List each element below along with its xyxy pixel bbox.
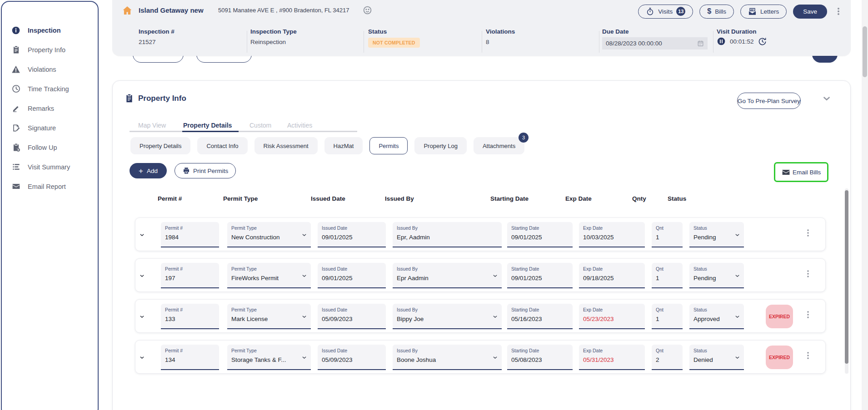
field-qnt[interactable]: Qnt1	[652, 222, 683, 247]
row-expand-toggle[interactable]	[139, 270, 151, 282]
tab-activities[interactable]: Activities	[287, 122, 312, 129]
field-label: Qnt	[656, 266, 678, 272]
sidebar: InspectionProperty InfoViolationsTime Tr…	[1, 1, 99, 410]
sidebar-item-follow-up[interactable]: Follow Up	[2, 138, 98, 157]
clipboard-icon	[125, 94, 134, 103]
field-issued[interactable]: Issued Date09/01/2025	[318, 222, 386, 247]
bills-label: Bills	[715, 8, 726, 15]
sidebar-item-violations[interactable]: Violations	[2, 59, 98, 79]
visits-button[interactable]: Visits 13	[638, 5, 693, 19]
print-permits-button[interactable]: Print Permits	[175, 163, 236, 178]
column-header-exp-date: Exp Date	[565, 195, 592, 202]
sidebar-item-property-info[interactable]: Property Info	[2, 40, 98, 59]
field-qnt[interactable]: Qnt1	[652, 263, 683, 288]
subtab-hazmat[interactable]: HazMat	[324, 137, 363, 154]
sidebar-item-signature[interactable]: Signature	[2, 118, 98, 138]
visits-count-badge: 13	[676, 7, 685, 16]
field-issued-by[interactable]: Issued ByBippy Joe	[393, 304, 502, 329]
field-permit[interactable]: Permit #197	[161, 263, 219, 288]
field-label: Status	[693, 348, 740, 353]
field-issued-by[interactable]: Issued ByEpr, Aadmin	[393, 222, 502, 247]
email-bills-button[interactable]: Email Bills	[777, 165, 825, 179]
table-scrollbar[interactable]	[845, 188, 848, 374]
field-qnt[interactable]: Qnt2	[652, 345, 683, 370]
info-field-label: Status	[368, 28, 420, 35]
field-start[interactable]: Starting Date09/01/2025	[507, 222, 573, 247]
field-permit[interactable]: Permit #134	[161, 345, 219, 370]
field-type[interactable]: Permit TypeNew Construction	[227, 222, 311, 247]
field-type[interactable]: Permit TypeFireWorks Permit	[227, 263, 311, 288]
subtab-attachments[interactable]: Attachments3	[474, 137, 524, 154]
pause-circle-icon[interactable]	[717, 37, 726, 46]
field-start[interactable]: Starting Date05/08/2023	[507, 345, 573, 370]
sidebar-item-visit-summary[interactable]: Visit Summary	[2, 157, 98, 177]
smiley-icon[interactable]	[363, 5, 372, 15]
field-issued[interactable]: Issued Date05/09/2023	[318, 304, 386, 329]
table-scrollbar-thumb[interactable]	[845, 190, 848, 364]
subtab-contact-info[interactable]: Contact Info	[197, 137, 247, 154]
collapse-chevron-icon[interactable]	[822, 94, 832, 104]
property-title: Island Getaway new	[139, 6, 204, 14]
field-type[interactable]: Permit TypeMark License	[227, 304, 311, 329]
header-kebab-menu[interactable]	[833, 6, 843, 17]
field-exp[interactable]: Exp Date09/18/2025	[579, 263, 645, 288]
tab-track	[130, 131, 357, 132]
due-date-input[interactable]: 08/28/2023 00:00:00	[602, 37, 708, 49]
tab-custom[interactable]: Custom	[249, 122, 271, 129]
letters-button[interactable]: Letters	[740, 5, 787, 19]
field-status[interactable]: StatusDenied	[689, 345, 744, 370]
envelope-icon	[782, 168, 790, 177]
subtab-risk-assessment[interactable]: Risk Assessment	[254, 137, 318, 154]
field-type[interactable]: Permit TypeStorage Tanks & F...	[227, 345, 311, 370]
info-field-status: StatusNOT COMPLETED	[368, 28, 420, 48]
subtab-property-details[interactable]: Property Details	[130, 137, 190, 154]
row-kebab-menu[interactable]	[804, 270, 812, 278]
field-start[interactable]: Starting Date05/16/2023	[507, 304, 573, 329]
field-issued-by[interactable]: Issued ByEpr Aadmin	[393, 263, 502, 288]
save-button[interactable]: Save	[793, 5, 827, 19]
subtab-property-log[interactable]: Property Log	[414, 137, 466, 154]
field-start[interactable]: Starting Date09/01/2025	[507, 263, 573, 288]
field-value: 05/09/2023	[322, 356, 382, 363]
history-clock-icon[interactable]	[758, 37, 767, 46]
page-scrollbar-thumb[interactable]	[863, 26, 867, 77]
field-value: 1	[656, 234, 678, 241]
field-issued[interactable]: Issued Date05/09/2023	[318, 345, 386, 370]
sidebar-item-remarks[interactable]: Remarks	[2, 99, 98, 118]
chevron-down-icon	[492, 314, 498, 320]
field-issued-by[interactable]: Issued ByBoone Joshua	[393, 345, 502, 370]
field-status[interactable]: StatusApproved	[689, 304, 744, 329]
column-header-issued-date: Issued Date	[311, 195, 345, 202]
field-status[interactable]: StatusPending	[689, 263, 744, 288]
field-status[interactable]: StatusPending	[689, 222, 744, 247]
field-issued[interactable]: Issued Date09/01/2025	[318, 263, 386, 288]
add-permit-button[interactable]: + Add	[130, 163, 167, 178]
field-qnt[interactable]: Qnt1	[652, 304, 683, 329]
row-expand-toggle[interactable]	[139, 311, 151, 322]
sidebar-item-inspection[interactable]: Inspection	[2, 20, 98, 40]
field-value: 1984	[165, 234, 215, 241]
column-header-starting-date: Starting Date	[490, 195, 529, 202]
row-kebab-menu[interactable]	[804, 229, 812, 237]
field-exp[interactable]: Exp Date05/23/2023	[579, 304, 645, 329]
row-expand-toggle[interactable]	[139, 351, 151, 363]
field-value: 09/01/2025	[322, 275, 382, 282]
subtab-permits[interactable]: Permits	[369, 137, 408, 154]
row-kebab-menu[interactable]	[804, 311, 812, 319]
bills-button[interactable]: $ Bills	[699, 5, 734, 19]
tab-property-details[interactable]: Property Details	[183, 122, 232, 129]
tab-map-view[interactable]: Map View	[138, 122, 166, 129]
page-scrollbar[interactable]	[862, 0, 868, 410]
row-expand-toggle[interactable]	[139, 229, 151, 241]
field-permit[interactable]: Permit #1984	[161, 222, 219, 247]
field-exp[interactable]: Exp Date10/03/2025	[579, 222, 645, 247]
field-exp[interactable]: Exp Date05/31/2023	[579, 345, 645, 370]
row-kebab-menu[interactable]	[804, 351, 812, 360]
sidebar-item-time-tracking[interactable]: Time Tracking	[2, 79, 98, 99]
sidebar-item-email-report[interactable]: Email Report	[2, 177, 98, 196]
field-permit[interactable]: Permit #133	[161, 304, 219, 329]
calendar-icon	[697, 40, 704, 47]
go-to-preplan-survey-button[interactable]: Go To Pre-Plan Survey	[737, 93, 801, 109]
attachments-count-badge: 3	[519, 133, 529, 143]
info-field-label: Violations	[486, 28, 515, 35]
